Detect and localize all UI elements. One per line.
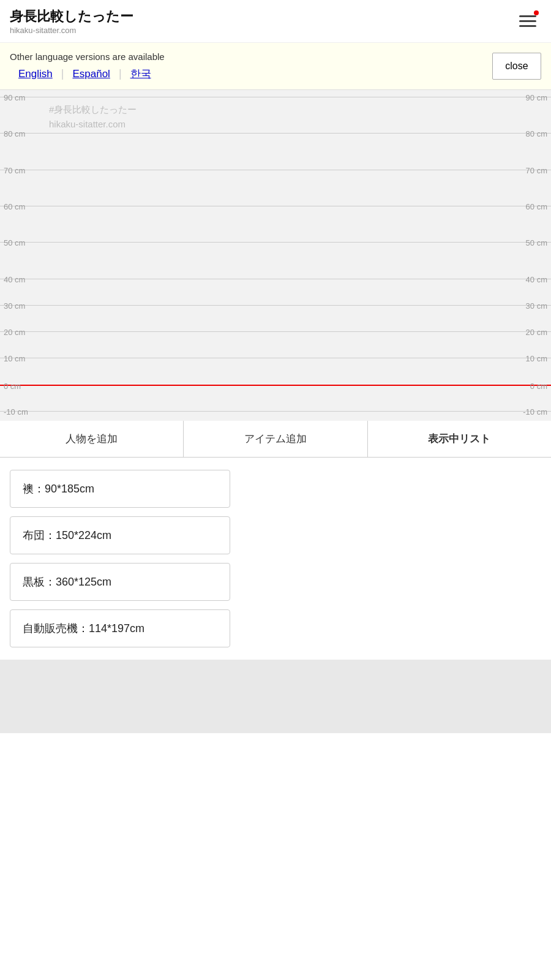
tab-add-person[interactable]: 人物を追加 — [0, 421, 184, 457]
ruler-line-50cm: 50 cm50 cm — [0, 242, 551, 243]
ruler-label-left: 40 cm — [4, 274, 25, 284]
lang-banner-content: Other language versions are available En… — [10, 51, 165, 81]
lang-link-korean[interactable]: 한국 — [122, 67, 160, 81]
ruler-line-90cm: 90 cm90 cm — [0, 97, 551, 97]
lang-link-spanish[interactable]: Español — [64, 68, 118, 80]
app-title: 身長比較したったー — [10, 7, 133, 26]
ruler-line-40cm: 40 cm40 cm — [0, 279, 551, 279]
ruler-label-left: 70 cm — [4, 165, 25, 175]
menu-button[interactable] — [514, 8, 541, 35]
ruler-label-right: 20 cm — [526, 328, 547, 337]
tabs-bar: 人物を追加 アイテム追加 表示中リスト — [0, 421, 551, 458]
ruler-label-left: 60 cm — [4, 202, 25, 211]
ruler-lines: 90 cm90 cm80 cm80 cm70 cm70 cm60 cm60 cm… — [0, 90, 551, 421]
ruler-label-left: 20 cm — [4, 328, 25, 337]
ruler-line-30cm: 30 cm30 cm — [0, 305, 551, 306]
ruler-label-right: 40 cm — [526, 274, 547, 284]
ruler-label-right: 0 cm — [530, 381, 547, 390]
list-item[interactable]: 黒板：360*125cm — [10, 563, 230, 601]
ruler-line-80cm: 80 cm80 cm — [0, 133, 551, 134]
tab-add-item[interactable]: アイテム追加 — [184, 421, 367, 457]
notification-dot — [534, 10, 539, 15]
ruler-label-right: 50 cm — [526, 238, 547, 247]
ruler-label-left: 50 cm — [4, 238, 25, 247]
ruler-label-right: -10 cm — [523, 407, 547, 416]
ruler-label-left: 90 cm — [4, 92, 25, 102]
ruler-line-20cm: 20 cm20 cm — [0, 331, 551, 332]
header-title-block: 身長比較したったー hikaku-sitatter.com — [10, 7, 133, 35]
hamburger-line-2 — [519, 20, 536, 22]
lang-banner-notice: Other language versions are available — [10, 51, 165, 62]
ruler-label-right: 90 cm — [526, 92, 547, 102]
list-item[interactable]: 布団：150*224cm — [10, 516, 230, 554]
chart-area: #身長比較したったー hikaku-sitatter.com 90 cm90 c… — [0, 90, 551, 421]
ruler-line--10cm: -10 cm-10 cm — [0, 411, 551, 412]
app-subtitle: hikaku-sitatter.com — [10, 26, 133, 35]
ruler-line-10cm: 10 cm10 cm — [0, 358, 551, 358]
ruler-line-60cm: 60 cm60 cm — [0, 206, 551, 206]
ruler-label-right: 80 cm — [526, 129, 547, 138]
footer-area — [0, 660, 551, 733]
ruler-line-0cm: 0 cm0 cm — [0, 385, 551, 386]
ruler-label-left: -10 cm — [4, 407, 28, 416]
ruler-label-left: 30 cm — [4, 301, 25, 311]
ruler-label-right: 70 cm — [526, 165, 547, 175]
ruler-label-left: 0 cm — [4, 381, 21, 390]
close-banner-button[interactable]: close — [492, 53, 541, 80]
ruler-line-70cm: 70 cm70 cm — [0, 170, 551, 170]
tab-view-list[interactable]: 表示中リスト — [368, 421, 551, 457]
ruler-label-right: 10 cm — [526, 354, 547, 363]
hamburger-line-1 — [519, 15, 536, 17]
language-banner: Other language versions are available En… — [0, 43, 551, 90]
list-item[interactable]: 襖：90*185cm — [10, 470, 230, 508]
ruler-label-right: 30 cm — [526, 301, 547, 311]
list-item[interactable]: 自動販売機：114*197cm — [10, 609, 230, 647]
app-header: 身長比較したったー hikaku-sitatter.com — [0, 0, 551, 43]
lang-link-english[interactable]: English — [10, 68, 61, 80]
ruler-label-left: 80 cm — [4, 129, 25, 138]
lang-links-container: English | Español | 한국 — [10, 67, 165, 81]
hamburger-line-3 — [519, 25, 536, 27]
list-area: 襖：90*185cm布団：150*224cm黒板：360*125cm自動販売機：… — [0, 458, 551, 660]
ruler-label-left: 10 cm — [4, 354, 25, 363]
ruler-label-right: 60 cm — [526, 202, 547, 211]
